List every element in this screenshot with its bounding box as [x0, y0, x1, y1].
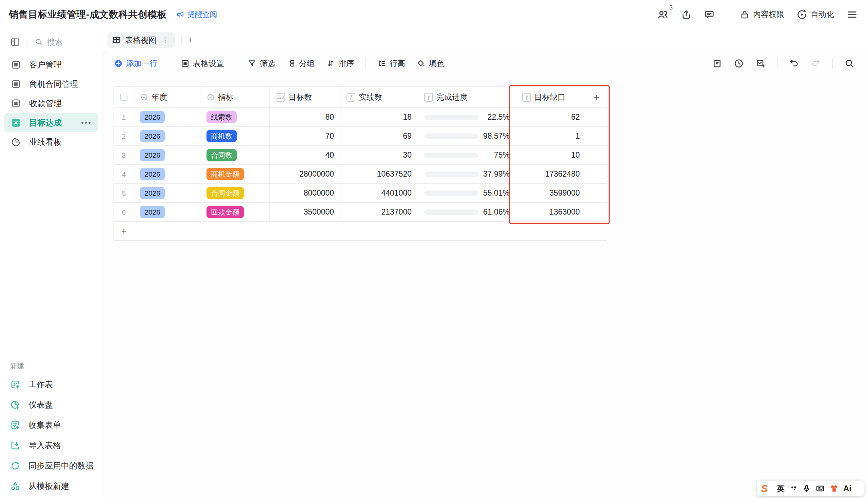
sidebar: 搜索 客户管理 商机合同管理 收款管理 目标达成••• 业绩看板 新建 工作表 … — [0, 29, 102, 498]
sheet-icon — [11, 98, 21, 108]
year-cell[interactable]: 2026 — [134, 184, 200, 202]
gap-cell[interactable]: 3599000 — [516, 184, 586, 202]
sidebar-item-2[interactable]: 商机合同管理 — [4, 74, 98, 94]
metric-cell[interactable]: 商机数 — [200, 127, 269, 145]
fill-color-button[interactable]: 填色 — [417, 58, 445, 69]
content-permission-button[interactable]: 内容权限 — [739, 9, 784, 19]
mic-icon[interactable] — [802, 484, 811, 493]
actual-cell[interactable]: 10637520 — [340, 165, 418, 183]
row-height-button[interactable]: 行高 — [377, 58, 405, 69]
row-height-icon — [377, 59, 386, 68]
new-import-button[interactable]: 导入表格 — [0, 435, 102, 456]
target-cell[interactable]: 80 — [269, 108, 340, 127]
punctuation-mode-icon[interactable] — [789, 484, 798, 493]
metric-cell[interactable]: 回款金额 — [200, 203, 269, 221]
table-row[interactable]: 3 2026 合同数 40 30 75% 10 — [114, 146, 607, 165]
gap-cell[interactable]: 1363000 — [516, 203, 586, 221]
progress-cell[interactable]: 61.06% — [418, 203, 516, 221]
search-input[interactable]: 搜索 — [34, 37, 102, 48]
year-cell[interactable]: 2026 — [134, 203, 200, 221]
gap-cell[interactable]: 10 — [516, 146, 586, 165]
tab-table-view[interactable]: 表格视图 ⋮ — [107, 32, 175, 48]
notify-review-link[interactable]: 提醒查阅 — [176, 10, 217, 19]
column-header-progress[interactable]: f 完成进度 — [418, 87, 516, 107]
table-row[interactable]: 6 2026 回款金额 3500000 2137000 61.06% 13630… — [114, 203, 607, 222]
target-cell[interactable]: 40 — [269, 146, 340, 165]
share-button[interactable] — [681, 9, 692, 20]
actual-cell[interactable]: 2137000 — [340, 203, 418, 221]
table-row[interactable]: 2 2026 商机数 70 69 98.57% 1 — [114, 127, 607, 146]
add-row-button[interactable]: 添加一行 — [114, 58, 157, 69]
sidebar-item-4[interactable]: 目标达成••• — [4, 113, 98, 132]
row-number: 6 — [122, 208, 126, 216]
target-cell[interactable]: 70 — [269, 127, 340, 145]
metric-cell[interactable]: 商机金额 — [200, 165, 269, 183]
menu-button[interactable] — [846, 9, 858, 20]
new-form-plus-button[interactable]: 收集表单 — [0, 415, 102, 435]
table-search-icon[interactable] — [844, 58, 854, 68]
add-row-plus-button[interactable]: + — [121, 226, 127, 237]
gap-cell[interactable]: 62 — [516, 108, 586, 127]
metric-cell[interactable]: 合同金额 — [200, 184, 269, 202]
progress-cell[interactable]: 22.5% — [418, 108, 516, 127]
table-settings-button[interactable]: 表格设置 — [181, 58, 224, 69]
column-header-actual[interactable]: f 实绩数 — [340, 87, 418, 107]
ai-assistant-button[interactable]: Ai — [843, 484, 851, 493]
actual-cell[interactable]: 4401000 — [340, 184, 418, 202]
comment-button[interactable] — [704, 9, 715, 20]
target-cell[interactable]: 28000000 — [269, 165, 340, 183]
year-cell[interactable]: 2026 — [134, 165, 200, 183]
new-sheet-plus-button[interactable]: 工作表 — [0, 374, 102, 395]
column-header-target[interactable]: 123 目标数 — [269, 87, 340, 107]
target-cell[interactable]: 3500000 — [269, 203, 340, 221]
actual-cell[interactable]: 69 — [340, 127, 418, 145]
clipboard-icon[interactable] — [712, 58, 722, 68]
skin-tshirt-icon[interactable] — [829, 484, 839, 493]
sidebar-item-3[interactable]: 收款管理 — [4, 94, 98, 113]
column-header-gap[interactable]: f 目标缺口 — [516, 87, 586, 107]
sogou-logo-icon[interactable]: S — [761, 483, 768, 494]
gap-cell[interactable]: 1 — [516, 127, 586, 145]
add-row-footer[interactable]: + — [114, 222, 607, 241]
keyboard-icon[interactable] — [815, 484, 825, 493]
progress-cell[interactable]: 75% — [418, 146, 516, 165]
add-view-button[interactable]: + — [187, 34, 193, 46]
group-button[interactable]: 分组 — [287, 58, 315, 69]
table-row[interactable]: 5 2026 合同金额 8000000 4401000 55.01% 35990… — [114, 184, 607, 203]
new-sync-button[interactable]: 同步应用中的数据 — [0, 456, 102, 476]
target-cell[interactable]: 8000000 — [269, 184, 340, 202]
table-row[interactable]: 1 2026 线索数 80 18 22.5% 62 — [114, 108, 607, 127]
panel-toggle-icon[interactable] — [10, 37, 20, 47]
sidebar-item-5[interactable]: 业绩看板 — [4, 132, 98, 152]
redo-icon[interactable] — [811, 58, 821, 68]
actual-cell[interactable]: 30 — [340, 146, 418, 165]
column-header-year[interactable]: 年度 — [134, 87, 200, 107]
progress-cell[interactable]: 37.99% — [418, 165, 516, 183]
sort-button[interactable]: 排序 — [326, 58, 354, 69]
progress-cell[interactable]: 98.57% — [418, 127, 516, 145]
form-record-icon[interactable] — [755, 58, 766, 68]
collaborators-button[interactable]: 3 — [657, 9, 669, 20]
more-options-icon[interactable]: ••• — [81, 118, 92, 127]
new-pie-plus-button[interactable]: 仪表盘 — [0, 395, 102, 415]
sidebar-item-1[interactable]: 客户管理 — [4, 55, 98, 74]
add-column-button[interactable]: + — [594, 92, 599, 103]
ime-language-toggle[interactable]: 英 — [777, 483, 785, 494]
column-header-metric[interactable]: 指标 — [200, 87, 269, 107]
new-template-button[interactable]: 从模板新建 — [0, 476, 102, 496]
history-icon[interactable] — [734, 58, 744, 68]
undo-icon[interactable] — [789, 58, 799, 68]
metric-cell[interactable]: 合同数 — [200, 146, 269, 165]
filter-button[interactable]: 筛选 — [248, 58, 275, 69]
gap-cell[interactable]: 17362480 — [516, 165, 586, 183]
year-cell[interactable]: 2026 — [134, 108, 200, 127]
metric-cell[interactable]: 线索数 — [200, 108, 269, 127]
automation-button[interactable]: 自动化 — [797, 9, 834, 20]
table-row[interactable]: 4 2026 商机金额 28000000 10637520 37.99% 173… — [114, 165, 607, 184]
tab-options-kebab-icon[interactable]: ⋮ — [160, 39, 170, 41]
year-cell[interactable]: 2026 — [134, 146, 200, 165]
select-all-checkbox[interactable] — [120, 94, 128, 101]
year-cell[interactable]: 2026 — [134, 127, 200, 145]
progress-cell[interactable]: 55.01% — [418, 184, 516, 202]
actual-cell[interactable]: 18 — [340, 108, 418, 127]
